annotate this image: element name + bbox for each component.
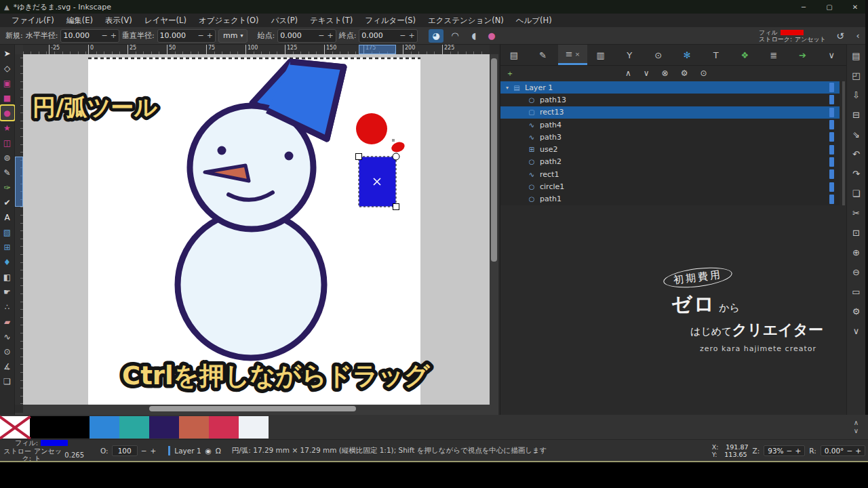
increment-icon[interactable]: + [855, 447, 861, 455]
rotation-value[interactable]: 0.00° [825, 447, 844, 455]
palette-swatch[interactable] [149, 416, 179, 439]
current-fill-swatch[interactable] [41, 440, 68, 446]
dock-tab[interactable]: ➔ [789, 45, 818, 65]
command-icon[interactable]: ❏ [850, 186, 863, 200]
menu-item[interactable]: エクステンション(N) [422, 14, 510, 27]
current-layer-control[interactable]: Layer 1 ◉ Ω [168, 446, 221, 455]
command-icon[interactable]: ◰ [850, 68, 863, 82]
object-label[interactable]: path4 [537, 121, 829, 129]
object-label[interactable]: circle1 [537, 182, 829, 191]
lower-layer-icon[interactable]: ∨ [644, 68, 650, 78]
increment-icon[interactable]: + [150, 447, 156, 455]
increment-icon[interactable]: + [795, 447, 801, 455]
zoom-value[interactable]: 93% [768, 447, 783, 455]
layer-row[interactable]: ▢ rect13 [500, 106, 840, 119]
toolbox-tool[interactable]: ❏ [1, 374, 14, 388]
object-label[interactable]: path3 [537, 133, 829, 142]
arc-mode-button[interactable]: ◠ [448, 29, 462, 43]
increment-icon[interactable]: + [409, 31, 415, 40]
command-icon[interactable]: ▭ [850, 285, 863, 298]
horizontal-scrollbar-thumb[interactable] [149, 406, 356, 411]
toolbox-tool[interactable]: ▧ [1, 225, 14, 239]
panel-scrollbar[interactable] [842, 81, 845, 205]
current-layer-name[interactable]: Layer 1 [174, 447, 201, 455]
make-whole-button[interactable]: ● [484, 29, 499, 43]
toolbox-tool[interactable]: ▰ [1, 314, 14, 329]
zoom-control[interactable]: 93% − + [764, 445, 805, 456]
selected-blue-rect[interactable] [356, 153, 400, 210]
horizontal-radius-value[interactable]: 10.000 [63, 31, 98, 40]
increment-icon[interactable]: + [111, 31, 117, 40]
palette-scroll-up-icon[interactable]: ∧ [854, 419, 859, 427]
fill-stroke-indicator[interactable]: フィル: ストローク:アンセット0.265 [0, 439, 84, 462]
corner-handle-topleft[interactable] [356, 154, 362, 160]
vertical-radius-spinbox[interactable]: 10.000 − + [157, 29, 216, 43]
toolbox-tool[interactable]: ∡ [1, 359, 14, 373]
search-objects-icon[interactable]: ⊙ [700, 68, 707, 78]
dock-tab[interactable]: T [703, 45, 732, 65]
menu-item[interactable]: レイヤー(L) [138, 14, 193, 27]
object-label[interactable]: path2 [537, 157, 829, 166]
layer-row[interactable]: ○ path1 [500, 193, 840, 205]
decrement-icon[interactable]: − [787, 447, 793, 455]
toolbox-tool[interactable]: ⊚ [1, 150, 14, 165]
decrement-icon[interactable]: − [846, 447, 852, 455]
toolbox-tool[interactable]: ✔ [1, 195, 14, 209]
arc-handle-topright[interactable] [393, 153, 399, 160]
palette-swatch[interactable] [239, 416, 269, 439]
palette-swatch[interactable] [60, 416, 90, 439]
end-angle-value[interactable]: 0.000 [361, 31, 397, 40]
rotation-control[interactable]: 0.00° − + [821, 445, 865, 456]
increment-icon[interactable]: + [327, 31, 333, 40]
expand-chevron-icon[interactable]: ▾ [503, 85, 511, 91]
palette-swatch[interactable] [90, 416, 119, 439]
object-label[interactable]: rect13 [537, 108, 829, 117]
palette-swatch[interactable] [0, 416, 30, 439]
palette-swatch[interactable] [30, 416, 60, 439]
close-tab-icon[interactable]: × [575, 51, 580, 58]
decrement-icon[interactable]: − [101, 31, 107, 40]
command-icon[interactable]: ⇘ [850, 127, 863, 141]
vertical-ruler[interactable] [15, 54, 23, 405]
raise-layer-icon[interactable]: ∧ [625, 68, 631, 78]
object-label[interactable]: path13 [537, 96, 829, 104]
reset-defaults-icon[interactable]: ↺ [833, 29, 848, 43]
dock-tab[interactable]: ▥ [587, 45, 616, 65]
menu-item[interactable]: ヘルプ(H) [510, 14, 558, 27]
add-layer-icon[interactable]: ＋ [506, 68, 514, 79]
layer-row[interactable]: ⊞ use2 [500, 143, 840, 155]
horizontal-ruler[interactable]: -250255075100125150175200225 [23, 45, 490, 54]
maximize-button[interactable]: ▢ [816, 0, 842, 14]
horizontal-scrollbar[interactable] [23, 405, 490, 413]
horizontal-radius-spinbox[interactable]: 10.000 − + [60, 29, 119, 43]
dock-tab[interactable]: ✻ [673, 45, 703, 65]
dock-tab[interactable]: ≡× [558, 45, 587, 65]
dock-tab[interactable]: ▤ [500, 45, 530, 65]
layer-row[interactable]: ∿ path3 [500, 131, 840, 143]
toolbox-tool[interactable]: ◇ [1, 61, 14, 75]
decrement-icon[interactable]: − [141, 447, 147, 455]
menu-item[interactable]: 編集(E) [60, 14, 99, 27]
start-angle-spinbox[interactable]: 0.000 − + [277, 29, 336, 43]
toolbox-tool[interactable]: ◫ [1, 136, 14, 150]
menu-item[interactable]: ファイル(F) [5, 14, 60, 27]
minimize-button[interactable]: ─ [791, 0, 816, 14]
toolbox-tool[interactable]: ⊙ [1, 344, 14, 359]
layer-row[interactable]: ○ path2 [500, 156, 840, 168]
close-button[interactable]: ✕ [842, 0, 868, 14]
dock-tab[interactable]: ≣ [760, 45, 789, 65]
drawing-canvas[interactable]: 円/弧ツール Ctrlを押しながらドラッグ [23, 54, 490, 405]
menu-item[interactable]: 表示(V) [99, 14, 138, 27]
command-icon[interactable]: ✂ [850, 206, 863, 220]
command-icon[interactable]: ▤ [850, 49, 863, 62]
vertical-radius-value[interactable]: 10.000 [160, 31, 195, 40]
end-angle-spinbox[interactable]: 0.000 − + [359, 29, 417, 43]
object-label[interactable]: rect1 [537, 170, 829, 179]
palette-scroll-down-icon[interactable]: ∨ [854, 427, 859, 435]
dock-tab[interactable]: ∨ [818, 45, 847, 65]
palette-swatch[interactable] [119, 416, 149, 439]
layer-row[interactable]: ∿ path4 [500, 119, 840, 131]
dock-tab[interactable]: Y [616, 45, 645, 65]
toolbox-tool[interactable]: ● [1, 106, 14, 120]
toolbox-tool[interactable]: ◧ [1, 270, 14, 284]
